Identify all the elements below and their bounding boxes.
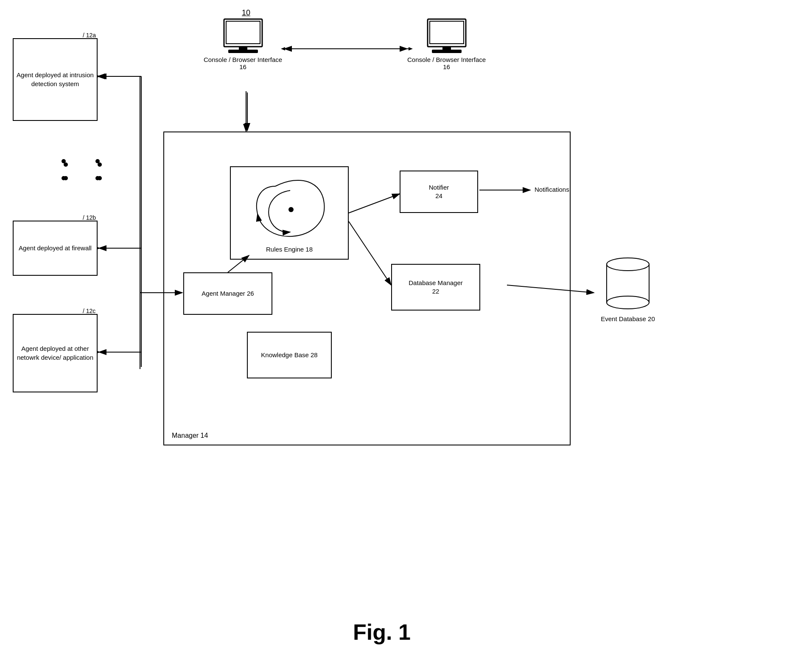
svg-rect-22 bbox=[226, 21, 260, 44]
svg-point-29 bbox=[288, 207, 294, 212]
fig-label: Fig. 1 bbox=[318, 619, 445, 645]
event-database-label: Event Database 20 bbox=[601, 315, 655, 322]
svg-point-34 bbox=[607, 258, 649, 271]
svg-rect-28 bbox=[432, 50, 462, 53]
diagram-container: 10 Agent deployed at intrusion detection… bbox=[0, 0, 812, 669]
console-right-label: Console / Browser Interface bbox=[407, 56, 486, 63]
svg-rect-23 bbox=[239, 47, 247, 50]
agent-12b-label: Agent deployed at firewall bbox=[19, 244, 92, 252]
knowledge-base-box: Knowledge Base 28 bbox=[247, 332, 332, 378]
agent-12a-box: Agent deployed at intrusion detection sy… bbox=[13, 38, 98, 121]
agent-12c-ref: / 12c bbox=[83, 308, 95, 314]
svg-point-20 bbox=[95, 176, 100, 180]
console-right: Console / Browser Interface 16 bbox=[407, 17, 486, 70]
svg-point-18 bbox=[62, 176, 66, 180]
console-left-label: Console / Browser Interface bbox=[204, 56, 282, 63]
agent-12c-label: Agent deployed at other netowrk device/ … bbox=[14, 344, 97, 362]
notifier-label: Notifier24 bbox=[429, 183, 449, 201]
notifications-label: Notifications bbox=[535, 186, 569, 193]
svg-point-17 bbox=[62, 159, 66, 163]
agent-manager-label: Agent Manager 26 bbox=[202, 289, 254, 298]
svg-point-51 bbox=[98, 162, 102, 167]
svg-point-35 bbox=[607, 296, 649, 309]
svg-rect-27 bbox=[442, 47, 451, 50]
diagram-title-number: 10 bbox=[242, 8, 250, 17]
console-left: Console / Browser Interface 16 bbox=[204, 17, 282, 70]
manager-box: Manager 14 Rules Engine 18 Notifier24 Ag… bbox=[163, 132, 571, 445]
agent-12c-box: Agent deployed at other netowrk device/ … bbox=[13, 314, 98, 392]
rules-engine-label: Rules Engine 18 bbox=[266, 246, 313, 253]
database-manager-label: Database Manager22 bbox=[409, 279, 463, 296]
event-database: Event Database 20 bbox=[594, 250, 662, 327]
svg-point-49 bbox=[64, 162, 68, 167]
svg-line-31 bbox=[349, 194, 400, 213]
rules-engine-box: Rules Engine 18 bbox=[230, 166, 349, 260]
agent-12b-box: Agent deployed at firewall bbox=[13, 221, 98, 276]
svg-point-50 bbox=[64, 176, 68, 180]
agent-manager-box: Agent Manager 26 bbox=[183, 272, 272, 315]
console-right-number: 16 bbox=[443, 63, 450, 70]
agent-12a-ref: / 12a bbox=[83, 32, 96, 39]
svg-rect-26 bbox=[430, 21, 464, 44]
knowledge-base-label: Knowledge Base 28 bbox=[261, 351, 317, 359]
agent-12a-label: Agent deployed at intrusion detection sy… bbox=[14, 71, 97, 88]
agent-12b-ref: / 12b bbox=[83, 214, 96, 221]
svg-line-32 bbox=[349, 221, 391, 285]
database-manager-box: Database Manager22 bbox=[391, 264, 480, 311]
svg-point-19 bbox=[95, 159, 100, 163]
svg-point-52 bbox=[98, 176, 102, 180]
console-left-number: 16 bbox=[239, 63, 246, 70]
manager-label: Manager 14 bbox=[172, 432, 208, 439]
notifier-box: Notifier24 bbox=[400, 171, 478, 213]
svg-rect-24 bbox=[228, 50, 258, 53]
